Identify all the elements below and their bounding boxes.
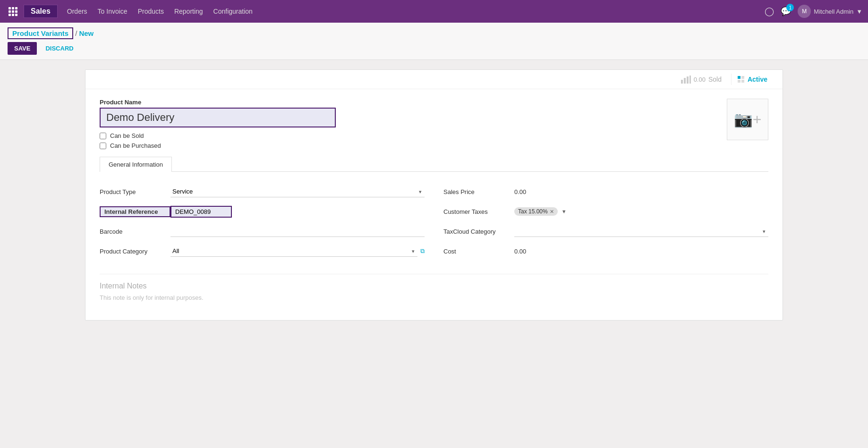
camera-icon: 📷+ <box>734 110 762 128</box>
tax-tag: Tax 15.00% ✕ <box>514 207 558 216</box>
user-name: Mitchell Admin <box>814 8 853 15</box>
form-section-left: Product Type Service Internal Reference <box>100 183 425 262</box>
tab-content-general-info: Product Type Service Internal Reference <box>100 172 768 311</box>
svg-rect-1 <box>12 7 14 9</box>
tabs: General Information <box>100 157 768 172</box>
svg-rect-7 <box>12 14 14 16</box>
svg-rect-9 <box>681 80 683 84</box>
product-type-select[interactable]: Service <box>170 186 425 197</box>
tab-general-information[interactable]: General Information <box>100 157 172 172</box>
customer-taxes-field[interactable]: Tax 15.00% ✕ ▼ <box>514 207 567 216</box>
svg-rect-5 <box>15 10 17 13</box>
user-menu[interactable]: M Mitchell Admin ▼ <box>798 5 862 18</box>
can-be-purchased-row[interactable]: Can be Purchased <box>100 142 717 149</box>
sales-price-label: Sales Price <box>443 188 514 195</box>
action-bar: Product Variants / New SAVE DISCARD <box>0 23 868 60</box>
nav-links: Orders To Invoice Products Reporting Con… <box>67 8 765 15</box>
form-card: 0.00 Sold Active Product Name <box>85 69 783 321</box>
nav-orders[interactable]: Orders <box>67 8 87 15</box>
breadcrumb-parent[interactable]: Product Variants <box>8 27 73 39</box>
action-buttons: SAVE DISCARD <box>8 42 860 55</box>
svg-rect-16 <box>741 80 744 83</box>
chat-icon[interactable]: 💬 1 <box>781 6 791 17</box>
nav-to-invoice[interactable]: To Invoice <box>98 8 128 15</box>
cost-value[interactable]: 0.00 <box>514 248 526 255</box>
product-category-external-link[interactable]: ⧉ <box>420 247 425 255</box>
internal-notes-section: Internal Notes This note is only for int… <box>100 274 768 301</box>
breadcrumb-separator: / <box>75 29 77 37</box>
customer-taxes-dropdown-arrow[interactable]: ▼ <box>562 209 567 214</box>
tax-tag-remove[interactable]: ✕ <box>550 209 554 215</box>
customer-taxes-row: Customer Taxes Tax 15.00% ✕ ▼ <box>443 203 768 220</box>
taxcloud-category-select-wrapper <box>514 226 768 237</box>
svg-rect-3 <box>9 10 11 13</box>
sold-value: 0.00 <box>694 76 706 83</box>
can-be-sold-row[interactable]: Can be Sold <box>100 132 717 139</box>
save-button[interactable]: SAVE <box>8 42 37 55</box>
internal-reference-row: Internal Reference <box>100 203 425 220</box>
product-category-label: Product Category <box>100 248 170 255</box>
cost-label: Cost <box>443 248 514 255</box>
taxcloud-category-select[interactable] <box>514 226 768 237</box>
top-navigation: Sales Orders To Invoice Products Reporti… <box>0 0 868 23</box>
svg-rect-12 <box>689 76 691 84</box>
product-category-select[interactable]: All <box>170 245 417 257</box>
product-type-label: Product Type <box>100 188 170 195</box>
internal-notes-input[interactable]: This note is only for internal purposes. <box>100 294 768 301</box>
product-name-section: Product Name Can be Sold Can be Purchase… <box>100 99 717 149</box>
can-be-purchased-checkbox[interactable] <box>100 143 106 149</box>
taxcloud-category-row: TaxCloud Category <box>443 223 768 240</box>
breadcrumb: Product Variants / New <box>8 27 860 39</box>
cost-row: Cost 0.00 <box>443 243 768 260</box>
product-header: Product Name Can be Sold Can be Purchase… <box>100 99 768 149</box>
sales-price-value[interactable]: 0.00 <box>514 188 526 195</box>
internal-notes-title: Internal Notes <box>100 282 768 290</box>
nav-right: ◯ 💬 1 M Mitchell Admin ▼ <box>765 5 862 18</box>
svg-rect-11 <box>687 76 689 84</box>
active-status-button[interactable]: Active <box>731 74 773 85</box>
tax-tag-label: Tax 15.00% <box>518 208 548 215</box>
bar-chart-icon <box>681 75 691 84</box>
clock-icon[interactable]: ◯ <box>765 6 774 17</box>
apps-icon[interactable] <box>6 4 20 18</box>
main-content: 0.00 Sold Active Product Name <box>0 60 868 448</box>
svg-rect-13 <box>738 76 740 79</box>
sold-label: Sold <box>708 76 722 83</box>
barcode-row: Barcode <box>100 223 425 240</box>
sales-price-row: Sales Price 0.00 <box>443 183 768 200</box>
barcode-label: Barcode <box>100 228 170 235</box>
nav-reporting[interactable]: Reporting <box>174 8 203 15</box>
breadcrumb-current: New <box>79 29 94 37</box>
discard-button[interactable]: DISCARD <box>41 42 78 55</box>
status-bar: 0.00 Sold Active <box>85 70 783 89</box>
nav-products[interactable]: Products <box>138 8 164 15</box>
product-category-value-wrapper: All ⧉ <box>170 245 425 257</box>
svg-rect-2 <box>15 7 17 9</box>
product-type-select-wrapper: Service <box>170 186 425 197</box>
chat-badge: 1 <box>786 4 794 11</box>
form-section-right: Sales Price 0.00 Customer Taxes Tax 15.0… <box>443 183 768 262</box>
svg-rect-0 <box>9 7 11 9</box>
can-be-purchased-label: Can be Purchased <box>110 142 161 149</box>
customer-taxes-label: Customer Taxes <box>443 208 514 215</box>
product-name-input[interactable] <box>100 108 336 127</box>
can-be-sold-checkbox[interactable] <box>100 133 106 139</box>
photo-upload-button[interactable]: 📷+ <box>727 99 768 140</box>
sold-stat: 0.00 Sold <box>681 75 722 84</box>
checkboxes: Can be Sold Can be Purchased <box>100 132 717 149</box>
product-name-label: Product Name <box>100 99 717 106</box>
nav-configuration[interactable]: Configuration <box>213 8 253 15</box>
internal-reference-input[interactable] <box>170 206 232 218</box>
user-avatar: M <box>798 5 811 18</box>
active-label: Active <box>748 76 767 83</box>
app-brand[interactable]: Sales <box>24 5 58 18</box>
taxcloud-category-label: TaxCloud Category <box>443 228 514 235</box>
internal-reference-label: Internal Reference <box>100 206 170 217</box>
product-category-select-wrapper: All <box>170 245 417 257</box>
svg-rect-15 <box>738 80 740 83</box>
svg-rect-6 <box>9 14 11 16</box>
barcode-input[interactable] <box>170 226 425 237</box>
product-type-row: Product Type Service <box>100 183 425 200</box>
svg-rect-4 <box>12 10 14 13</box>
svg-rect-14 <box>741 76 744 79</box>
